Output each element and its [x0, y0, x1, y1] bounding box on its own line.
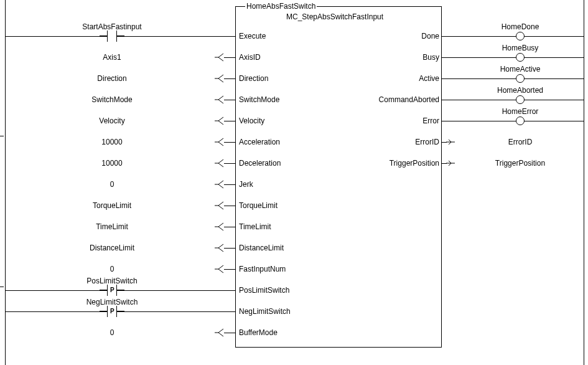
var-pin-icon — [214, 201, 224, 211]
wire — [442, 36, 584, 37]
wire — [442, 100, 584, 100]
wire — [442, 121, 584, 121]
block-type-name: MC_StepAbsSwitchFastInput — [286, 12, 383, 21]
var-pin-icon — [214, 116, 224, 126]
stub-wire — [224, 78, 235, 79]
var-pin-icon — [214, 73, 224, 83]
var-pin-icon — [214, 264, 224, 274]
output-value: HomeAborted — [489, 86, 551, 95]
output-value: HomeError — [489, 107, 551, 116]
input-pin-label: SwitchMode — [239, 95, 279, 104]
p-contact-icon: P — [100, 285, 124, 296]
wire — [442, 57, 584, 58]
stub-wire — [224, 121, 235, 121]
output-pin-label: Active — [361, 74, 439, 83]
stub-wire — [224, 57, 235, 58]
var-pin-icon — [214, 158, 224, 168]
input-pin-label: AxisID — [239, 53, 261, 62]
stub-wire — [224, 333, 235, 333]
block-instance-name: HomeAbsFastSwitch — [245, 2, 317, 11]
coil-icon — [516, 74, 525, 83]
input-pin-label: DistanceLimit — [239, 244, 284, 252]
p-contact-icon: P — [100, 306, 124, 317]
input-pin-label: FastInputNum — [239, 265, 286, 273]
right-rail — [584, 0, 584, 365]
ladder-canvas: HomeAbsFastSwitchMC_StepAbsSwitchFastInp… — [0, 0, 588, 365]
output-pin-label: Error — [361, 116, 439, 125]
input-value: PosLimitSwitch — [68, 277, 156, 285]
input-value: Axis1 — [68, 53, 156, 62]
input-pin-label: Velocity — [239, 116, 264, 125]
input-value: TimeLimit — [68, 222, 156, 231]
input-pin-label: Direction — [239, 74, 268, 83]
out-var-pin-icon — [446, 158, 455, 168]
output-value: HomeBusy — [489, 44, 551, 52]
var-pin-icon — [214, 137, 224, 147]
input-value: 0 — [68, 265, 156, 273]
input-value: SwitchMode — [68, 95, 156, 104]
var-pin-icon — [214, 95, 224, 105]
input-value: StartAbsFastinput — [68, 22, 156, 31]
var-pin-icon — [214, 52, 224, 62]
output-value: ErrorID — [486, 138, 554, 146]
input-pin-label: Deceleration — [239, 159, 281, 168]
out-var-pin-icon — [446, 137, 455, 147]
stub-wire — [224, 100, 235, 100]
stub-wire — [224, 269, 235, 270]
output-pin-label: CommandAborted — [361, 95, 439, 104]
output-pin-label: Done — [361, 32, 439, 40]
output-pin-label: Busy — [361, 53, 439, 62]
input-pin-label: Jerk — [239, 180, 253, 189]
rail-tick — [0, 136, 4, 136]
input-value: DistanceLimit — [68, 244, 156, 252]
input-value: TorqueLimit — [68, 201, 156, 210]
output-value: HomeDone — [489, 22, 551, 31]
var-pin-icon — [214, 328, 224, 338]
input-value: 0 — [68, 180, 156, 189]
contact-icon — [100, 31, 124, 42]
input-pin-label: Acceleration — [239, 138, 280, 146]
input-pin-label: PosLimitSwitch — [239, 286, 289, 295]
input-value: 0 — [68, 328, 156, 337]
input-pin-label: BufferMode — [239, 328, 278, 337]
input-value: Velocity — [68, 116, 156, 125]
stub-wire — [224, 206, 235, 206]
coil-icon — [516, 32, 525, 40]
input-value: Direction — [68, 74, 156, 83]
var-pin-icon — [214, 222, 224, 232]
rail-tick — [0, 287, 4, 287]
input-value: 10000 — [68, 159, 156, 168]
coil-icon — [516, 95, 525, 104]
stub-wire — [224, 163, 235, 164]
input-pin-label: TimeLimit — [239, 222, 271, 231]
output-pin-label: TriggerPosition — [361, 159, 439, 168]
input-pin-label: Execute — [239, 32, 266, 40]
input-pin-label: TorqueLimit — [239, 201, 278, 210]
stub-wire — [224, 227, 235, 227]
stub-wire — [224, 184, 235, 185]
output-value: TriggerPosition — [486, 159, 554, 168]
stub-wire — [224, 248, 235, 249]
wire — [442, 78, 584, 79]
var-pin-icon — [214, 243, 224, 253]
output-pin-label: ErrorID — [361, 138, 439, 146]
stub-wire — [224, 142, 235, 143]
input-value: 10000 — [68, 138, 156, 146]
left-rail — [5, 0, 6, 365]
input-value: NegLimitSwitch — [68, 298, 156, 306]
output-value: HomeActive — [489, 65, 551, 73]
var-pin-icon — [214, 179, 224, 189]
coil-icon — [516, 53, 525, 62]
input-pin-label: NegLimitSwitch — [239, 307, 291, 316]
coil-icon — [516, 116, 525, 125]
